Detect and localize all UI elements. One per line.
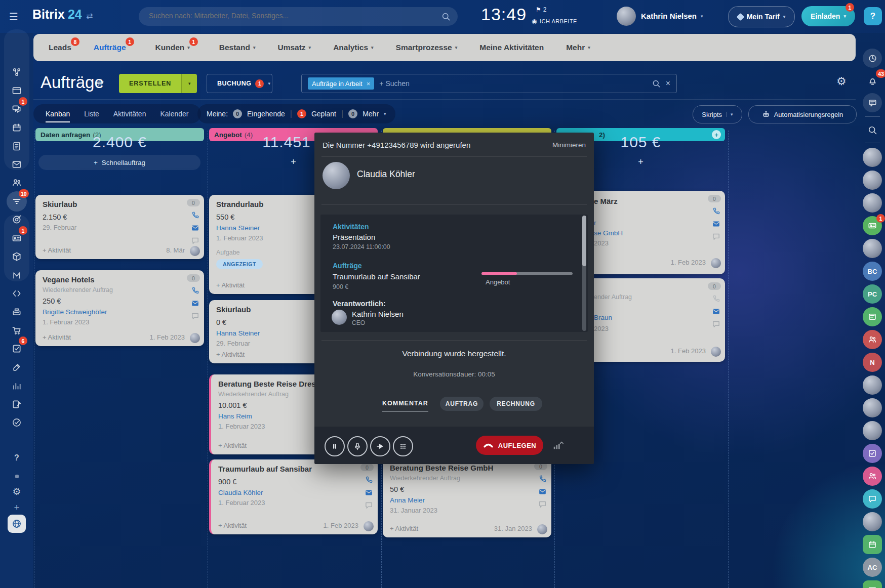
comment-icon[interactable] <box>191 312 199 320</box>
nav-item-smartprozesse[interactable]: Smartprozesse▾ <box>396 43 458 52</box>
card-title[interactable]: Vegane Hotels <box>43 275 181 285</box>
chat-avatar[interactable] <box>863 375 882 395</box>
chat-initials-pc[interactable]: PC <box>863 284 882 304</box>
sidebar-item-market[interactable] <box>8 515 26 533</box>
nav-item-kunden[interactable]: Kunden▾1 <box>155 43 190 52</box>
tab-liste[interactable]: Liste <box>84 110 99 118</box>
user-avatar[interactable] <box>617 7 636 26</box>
tab-kanban[interactable]: Kanban <box>46 110 70 118</box>
phone-icon[interactable] <box>365 476 373 484</box>
mail-icon[interactable] <box>712 220 720 228</box>
plan-button[interactable]: Mein Tarif ▾ <box>728 6 795 27</box>
sidebar-item-help[interactable]: ? <box>7 448 27 468</box>
hamburger-menu-icon[interactable]: ☰ <box>9 11 22 23</box>
chat-avatar[interactable] <box>863 148 882 167</box>
chat-tile-partial[interactable] <box>863 580 882 588</box>
counter-planned[interactable]: Geplant <box>311 110 336 118</box>
card-title[interactable]: e März <box>594 197 618 206</box>
chat-avatar[interactable] <box>863 239 882 258</box>
nav-item-umsatz[interactable]: Umsatz▾ <box>277 43 311 52</box>
search-icon[interactable] <box>652 79 661 88</box>
invoice-action-button[interactable]: RECHNUNG <box>490 397 542 411</box>
search-icon[interactable] <box>441 12 451 21</box>
invite-button[interactable]: Einladen ▾ 1 <box>801 6 855 26</box>
chat-avatar[interactable] <box>863 193 882 213</box>
comment-icon[interactable] <box>365 501 373 510</box>
comment-icon[interactable] <box>712 320 720 328</box>
chat-initials-ac[interactable]: AC <box>863 558 882 577</box>
hold-button[interactable] <box>325 436 345 456</box>
history-button[interactable] <box>863 49 882 68</box>
filter-preset-button[interactable]: BUCHUNG 1 ▾ <box>207 74 272 93</box>
sidebar-item-workflows[interactable] <box>7 394 27 414</box>
chat-tasks-purple[interactable] <box>863 444 882 463</box>
phone-icon[interactable] <box>712 207 720 216</box>
nav-item-analytics[interactable]: Analytics▾ <box>333 43 373 52</box>
clear-search-icon[interactable]: × <box>666 79 670 88</box>
mail-icon[interactable] <box>191 224 199 232</box>
dialpad-button[interactable] <box>393 436 413 456</box>
assignee-avatar[interactable] <box>711 347 721 357</box>
sidebar-item-approvals[interactable] <box>7 412 27 433</box>
add-activity-link[interactable]: + Aktivität <box>390 525 418 532</box>
chat-avatar[interactable] <box>863 398 882 417</box>
deal-title[interactable]: Traumurlaub auf Sansibar <box>333 272 420 281</box>
add-activity-link[interactable]: + Aktivität <box>216 281 245 289</box>
sidebar-item-sign[interactable] <box>7 357 27 377</box>
nav-item-bestand[interactable]: Bestand▾ <box>219 43 256 52</box>
chat-avatar[interactable] <box>863 171 882 190</box>
tab-aktivitaeten[interactable]: Aktivitäten <box>113 110 146 118</box>
comment-icon[interactable] <box>538 500 547 509</box>
responsible-name[interactable]: Kathrin Nielsen <box>352 310 404 318</box>
create-dropdown-button[interactable]: ▾ <box>181 74 197 93</box>
card-contact-link[interactable]: r <box>594 219 596 227</box>
create-button[interactable]: ERSTELLEN <box>119 74 181 93</box>
chip-close-icon[interactable]: × <box>367 80 371 88</box>
card-title[interactable]: Skiurlaub <box>43 200 181 209</box>
nav-item-leads[interactable]: Leads8 <box>49 43 71 52</box>
global-search-input[interactable] <box>148 11 433 20</box>
sidebar-item-tasks[interactable]: 6 <box>7 339 27 359</box>
chat-feed[interactable] <box>863 307 882 326</box>
add-activity-link[interactable]: + Aktivität <box>43 246 71 254</box>
deal-card[interactable]: Traumurlaub auf Sansibar 900 € Claudia K… <box>209 459 378 534</box>
transfer-button[interactable] <box>370 436 390 456</box>
sidebar-item-developer[interactable] <box>7 283 27 304</box>
helpdesk-button[interactable]: ? <box>864 7 882 25</box>
scripts-button[interactable]: Skripts ▾ <box>693 105 742 123</box>
view-settings-gear-icon[interactable]: ⚙ <box>836 75 847 88</box>
card-title[interactable]: Beratung Beste Reise GmbH <box>390 464 528 473</box>
chat-support[interactable] <box>863 489 882 509</box>
chat-group-pink[interactable] <box>863 467 882 486</box>
panel-scrollbar-thumb[interactable] <box>582 216 586 266</box>
comment-action-button[interactable]: KOMMENTAR <box>382 400 428 412</box>
task-status-pill[interactable]: ANGEZEIGT <box>216 259 263 269</box>
phone-icon[interactable] <box>712 295 720 303</box>
forum-button[interactable] <box>863 93 882 112</box>
chat-group-red[interactable] <box>863 330 882 349</box>
favorite-star-icon[interactable]: ☆ <box>95 77 105 89</box>
chat-initials-n[interactable]: N <box>863 353 882 372</box>
chat-avatar-group[interactable] <box>863 512 882 531</box>
sidebar-item-marketing[interactable] <box>7 265 27 285</box>
phone-icon[interactable] <box>538 475 547 483</box>
notifications-button[interactable]: 43 <box>863 71 882 90</box>
add-activity-link[interactable]: + Aktivität <box>218 442 247 449</box>
comment-icon[interactable] <box>712 232 720 241</box>
card-contact-link[interactable]: Brigitte Schweighöfer <box>43 308 181 316</box>
tab-kalender[interactable]: Kalender <box>160 110 188 118</box>
deal-card[interactable]: Beratung Beste Reise GmbH Wiederkehrende… <box>383 458 551 537</box>
chat-search-button[interactable] <box>863 120 882 140</box>
filter-chip[interactable]: Aufträge in Arbeit × <box>308 77 374 90</box>
minimize-button[interactable]: Minimieren <box>552 141 586 149</box>
activity-title[interactable]: Präsentation <box>333 233 375 241</box>
phone-icon[interactable] <box>191 211 199 220</box>
work-status[interactable]: ◉ICH ARBEITE <box>532 18 577 25</box>
filter-search-box[interactable]: Aufträge in Arbeit × + Suchen × <box>301 74 677 93</box>
global-search[interactable] <box>139 7 458 26</box>
connection-quality-icon[interactable] <box>552 440 564 451</box>
sidebar-item-pos-terminal[interactable] <box>7 302 27 322</box>
nav-item-meine-aktivitaeten[interactable]: Meine Aktivitäten <box>479 43 544 52</box>
chat-calendar-green[interactable] <box>863 535 882 554</box>
flag-counter[interactable]: ⚑2 <box>536 6 546 13</box>
